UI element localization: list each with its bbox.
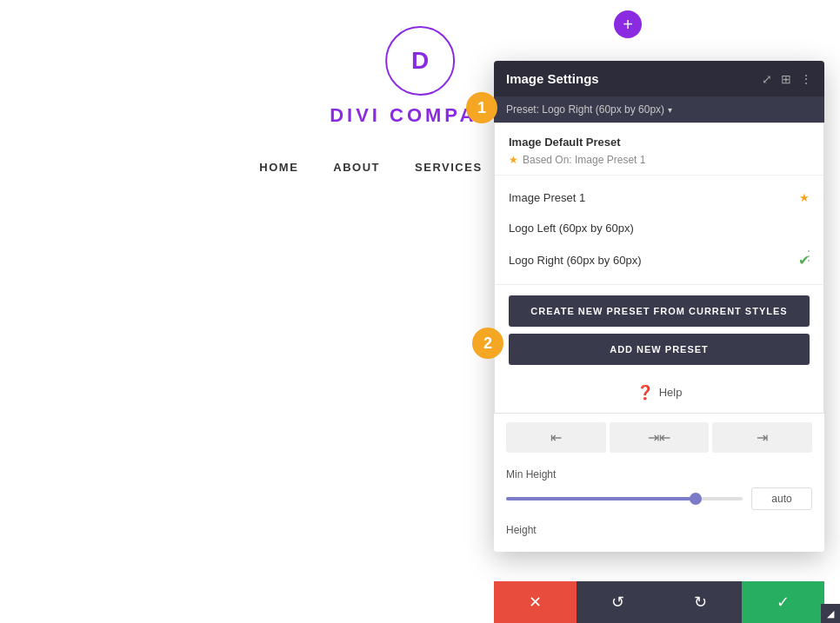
preset-bar-text: Preset: Logo Right (60px by 60px) [506, 103, 664, 116]
default-preset-title: Image Default Preset [509, 136, 810, 149]
preset-bar[interactable]: Preset: Logo Right (60px by 60px) ▾ [494, 96, 824, 123]
step-badge-2: 2 [472, 328, 503, 359]
cancel-button[interactable]: ✕ [494, 581, 577, 623]
redo-button[interactable]: ↻ [659, 581, 742, 623]
preset-item-1[interactable]: Image Preset 1 ★ [495, 182, 823, 213]
min-height-section: Min Height [494, 460, 824, 519]
action-buttons: CREATE NEW PRESET FROM CURRENT STYLES AD… [495, 285, 823, 375]
nav-home[interactable]: HOME [259, 161, 298, 174]
create-preset-button[interactable]: CREATE NEW PRESET FROM CURRENT STYLES [509, 295, 810, 327]
preset-item-2-label: Logo Left (60px by 60px) [509, 222, 634, 235]
add-preset-button[interactable]: ADD NEW PRESET [509, 334, 810, 365]
preset-item-3-label: Logo Right (60px by 60px) [509, 254, 641, 267]
panel-title: Image Settings [506, 71, 599, 86]
preset-item-2[interactable]: Logo Left (60px by 60px) [495, 213, 823, 243]
preset-item-1-star: ★ [799, 191, 810, 204]
grid-icon[interactable]: ⊞ [781, 72, 791, 86]
panel-header-icons: ⤢ ⊞ ⋮ [762, 72, 812, 86]
image-settings-panel: Image Settings ⤢ ⊞ ⋮ Preset: Logo Right … [494, 61, 824, 552]
size-left-btn[interactable]: ⇤ [506, 422, 606, 453]
height-label: Height [506, 524, 812, 536]
add-element-button[interactable]: + [614, 10, 642, 38]
star-icon: ★ [509, 154, 518, 166]
chevron-down-icon: ▾ [668, 105, 672, 115]
preset-item-3[interactable]: Logo Right (60px by 60px) ✔ [495, 243, 823, 277]
preset-item-1-label: Image Preset 1 [509, 191, 585, 204]
step-badge-1: 1 [466, 92, 497, 123]
nav-services[interactable]: SERVICES [415, 161, 483, 174]
size-right-btn[interactable]: ⇥ [712, 422, 812, 453]
min-height-slider-track[interactable] [506, 497, 743, 500]
nav-about[interactable]: ABOUT [333, 161, 380, 174]
logo-circle: D [385, 26, 455, 96]
panel-header: Image Settings ⤢ ⊞ ⋮ [494, 61, 824, 96]
undo-button[interactable]: ↺ [577, 581, 659, 623]
logo-letter: D [411, 47, 429, 75]
min-height-input[interactable] [751, 487, 812, 510]
preset-list: Image Preset 1 ★ Logo Left (60px by 60px… [495, 176, 823, 285]
save-button[interactable]: ✓ [742, 581, 824, 623]
height-section: Height [494, 519, 824, 552]
help-icon: ❓ [637, 384, 654, 401]
corner-icon: ◢ [821, 604, 840, 623]
preset-dropdown: ⋮ Image Default Preset ★ Based On: Image… [494, 123, 824, 414]
help-row[interactable]: ❓ Help [495, 375, 823, 413]
dropdown-more-icon[interactable]: ⋮ [802, 248, 816, 264]
size-center-btn[interactable]: ⇥⇤ [610, 422, 710, 453]
help-label: Help [659, 386, 683, 399]
slider-fill [506, 497, 696, 500]
size-controls: ⇤ ⇥⇤ ⇥ [506, 422, 812, 453]
default-preset-based-on: ★ Based On: Image Preset 1 [509, 154, 810, 166]
min-height-slider-row [506, 487, 812, 510]
bottom-toolbar: ✕ ↺ ↻ ✓ [494, 581, 824, 623]
expand-icon[interactable]: ⤢ [762, 72, 772, 86]
more-icon[interactable]: ⋮ [800, 72, 812, 86]
default-preset-section: Image Default Preset ★ Based On: Image P… [495, 123, 823, 176]
size-controls-section: ⇤ ⇥⇤ ⇥ [494, 414, 824, 453]
min-height-label: Min Height [506, 468, 812, 481]
slider-thumb[interactable] [690, 493, 702, 505]
